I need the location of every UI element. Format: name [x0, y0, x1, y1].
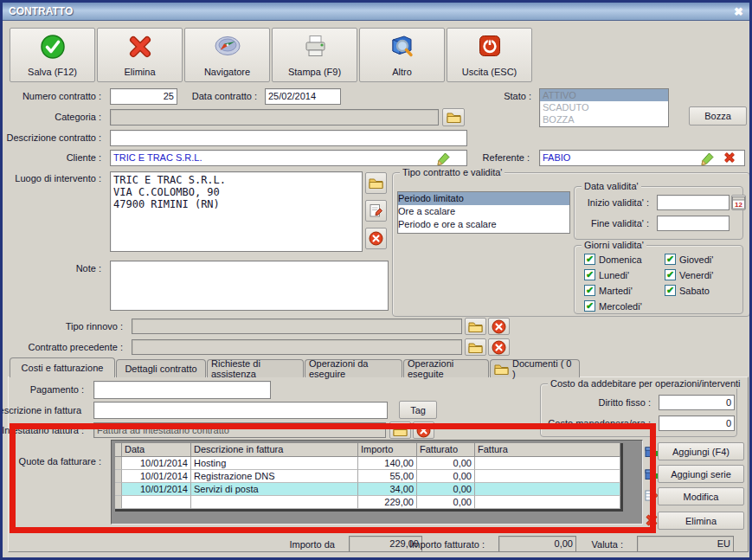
checkbox-domenica[interactable]: ✔Domenica — [584, 254, 642, 265]
table-cell — [122, 496, 191, 509]
tab-operazioni-da-eseguire[interactable]: Operazioni da eseguire — [305, 359, 402, 377]
diritto-fisso-field[interactable]: 0 — [659, 395, 735, 410]
tab-label: Operazioni da eseguire — [309, 358, 398, 379]
table-cell: Registrazione DNS — [191, 470, 358, 483]
luogo-clear-button[interactable] — [365, 228, 387, 249]
categoria-folder-button[interactable] — [442, 108, 465, 126]
folder-icon — [494, 363, 509, 376]
tag-button[interactable]: Tag — [399, 401, 437, 419]
pencil-icon[interactable] — [701, 151, 715, 165]
tipo-rinnovo-field[interactable] — [132, 319, 462, 334]
table-row[interactable]: 10/01/2014Servizi di posta34,000,00 — [115, 483, 620, 496]
toolbar-button-navigatore[interactable]: Navigatore — [184, 28, 270, 82]
table-row[interactable]: 10/01/2014Registrazione DNS55,000,00 — [115, 470, 620, 483]
tab-dettagli-contratto[interactable]: Dettagli contratto — [116, 359, 206, 377]
edit-grid-icon — [645, 489, 659, 503]
fine-validita-field[interactable] — [657, 216, 730, 231]
tipo-option-periodo-limitato[interactable]: Periodo limitato — [398, 192, 569, 205]
table-header-row: DataDescrizione in fatturaImportoFattura… — [115, 443, 620, 457]
intestatario-folder-button[interactable] — [389, 422, 411, 439]
table-cell: 229,00 — [358, 496, 417, 509]
inizio-validita-field[interactable] — [657, 195, 730, 210]
stato-label: Stato : — [504, 91, 531, 101]
pagamento-combobox[interactable] — [93, 381, 271, 399]
costo-manodopera-field[interactable]: 0 — [659, 415, 735, 431]
contratto-precedente-clear-button[interactable] — [488, 338, 510, 356]
tab-operazioni-eseguite[interactable]: Operazioni eseguite — [403, 359, 489, 377]
toolbar-button-label: Altro — [360, 67, 444, 77]
luogo-intervento-textarea[interactable]: TRIC E TRAC S.R.L. VIA C.COLOMBO, 90 479… — [110, 171, 363, 252]
x-circle-icon — [369, 231, 383, 246]
checkbox-mercoledi[interactable]: ✔Mercoledi' — [584, 300, 642, 312]
aggiungi-f4-button[interactable]: Aggiungi (F4) — [658, 442, 744, 460]
tipo-rinnovo-clear-button[interactable] — [488, 318, 510, 335]
close-icon[interactable]: ✖ — [734, 6, 743, 17]
table-cell: 0,00 — [417, 483, 475, 496]
tab-costi-e-fatturazione[interactable]: Costi e fatturazione — [10, 357, 115, 377]
intestatario-clear-button[interactable] — [413, 422, 434, 439]
inizio-calendar-button[interactable]: 12 — [731, 195, 746, 210]
note-textarea[interactable] — [110, 261, 389, 311]
categoria-field[interactable] — [110, 109, 439, 126]
checkmark-icon: ✔ — [665, 269, 676, 280]
descrizione-fattura-field[interactable] — [93, 402, 388, 419]
checkmark-icon: ✔ — [584, 254, 595, 265]
data-validita-group-title: Data validita' — [582, 181, 641, 191]
costo-addebitare-group-title: Costo da addebitare per operazioni/inter… — [548, 378, 743, 389]
calendar-icon: 12 — [732, 196, 745, 209]
checkbox-giovedi[interactable]: ✔Giovedi' — [665, 254, 713, 265]
importo-da-label: Importo da — [289, 539, 335, 550]
folder-icon — [369, 177, 383, 190]
bozza-button[interactable]: Bozza — [689, 106, 747, 126]
intestatario-fattura-field[interactable]: Fattura ad intestatario contratto — [93, 422, 386, 438]
compass-icon — [214, 34, 241, 61]
checkbox-label: Sabato — [679, 286, 710, 296]
referente-value: FABIO — [543, 152, 570, 163]
table-cell — [475, 483, 620, 496]
title-bar[interactable]: CONTRATTO ✖ — [3, 3, 749, 21]
column-header — [115, 443, 122, 457]
checkbox-martedi[interactable]: ✔Martedi' — [584, 285, 633, 296]
stato-option-bozza[interactable]: BOZZA — [540, 113, 668, 126]
toolbar-button-elimina[interactable]: Elimina — [97, 28, 183, 82]
pencil-icon[interactable] — [437, 151, 451, 165]
checkbox-sabato[interactable]: ✔Sabato — [665, 285, 710, 296]
stato-option-scaduto[interactable]: SCADUTO — [540, 101, 668, 113]
toolbar-button-altro[interactable]: Altro — [359, 28, 445, 82]
numero-contratto-field[interactable]: 25 — [110, 88, 177, 105]
tipo-option-periodo-e-ore-a-scalare[interactable]: Periodo e ore a scalare — [398, 218, 569, 231]
toolbar-button-salva-f12[interactable]: Salva (F12) — [10, 28, 95, 82]
tab-documenti-0[interactable]: Documenti ( 0 ) — [490, 359, 580, 377]
modifica-button[interactable]: Modifica — [658, 487, 744, 505]
table-row[interactable]: 229,000,00 — [115, 496, 620, 509]
remove-referente-icon[interactable] — [723, 151, 736, 164]
descrizione-contratto-field[interactable] — [110, 130, 467, 146]
contratto-window: CONTRATTO ✖ Salva (F12)EliminaNavigatore… — [0, 0, 752, 560]
referente-field[interactable]: FABIO — [539, 150, 745, 166]
quote-table[interactable]: DataDescrizione in fatturaImportoFattura… — [115, 443, 623, 512]
elimina-button[interactable]: Elimina — [658, 512, 744, 530]
stato-option-attivo[interactable]: ATTIVO — [540, 89, 668, 101]
contratto-precedente-folder-button[interactable] — [465, 338, 486, 356]
tipo-contratto-group-title: Tipo contratto e validita' — [400, 167, 505, 177]
tab-label: Operazioni eseguite — [408, 358, 485, 379]
toolbar-button-stampa-f9[interactable]: Stampa (F9) — [272, 28, 357, 82]
checkbox-venerdi[interactable]: ✔Venerdi' — [665, 269, 713, 280]
cliente-field[interactable]: TRIC E TRAC S.R.L. — [110, 150, 467, 166]
tipo-contratto-listbox[interactable]: Periodo limitatoOre a scalarePeriodo e o… — [397, 191, 570, 234]
stato-listbox[interactable]: ATTIVOSCADUTOBOZZA — [539, 88, 669, 127]
table-cell — [115, 496, 122, 509]
data-contratto-field[interactable]: 25/02/2014 — [265, 88, 341, 105]
aggiungi-serie-button[interactable]: Aggiungi serie — [658, 465, 744, 483]
toolbar-button-uscita-esc[interactable]: Uscita (ESC) — [447, 28, 532, 82]
tab-richieste-di-assistenza[interactable]: Richieste di assistenza — [207, 359, 304, 377]
table-row[interactable]: 10/01/2014Hosting140,000,00 — [115, 457, 620, 470]
categoria-label: Categoria : — [55, 112, 101, 122]
tipo-option-ore-a-scalare[interactable]: Ore a scalare — [398, 205, 569, 218]
luogo-edit-button[interactable] — [365, 200, 387, 222]
contratto-precedente-field[interactable] — [132, 339, 462, 355]
checkbox-lunedi[interactable]: ✔Lunedi' — [584, 269, 629, 280]
tipo-rinnovo-folder-button[interactable] — [465, 318, 486, 335]
checkmark-icon: ✔ — [584, 269, 595, 280]
luogo-folder-button[interactable] — [365, 172, 387, 194]
